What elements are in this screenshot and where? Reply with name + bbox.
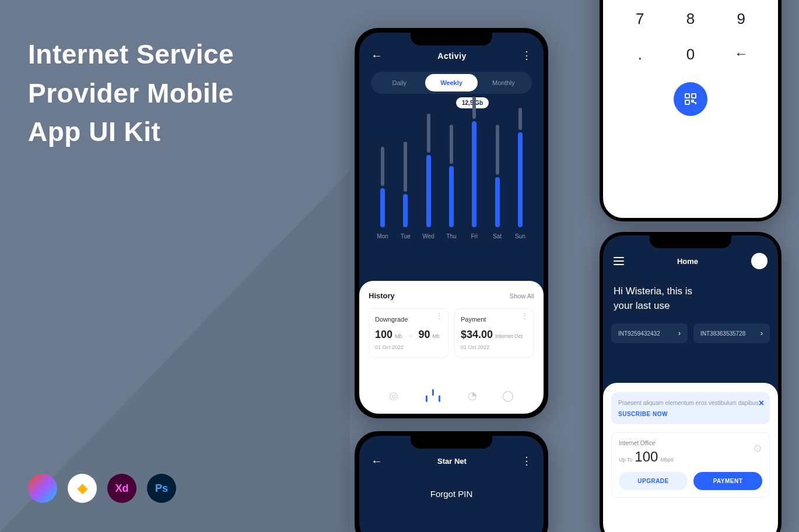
bar-sat[interactable]: Sat — [488, 93, 506, 239]
bar-label: Fri — [471, 233, 478, 239]
more-icon[interactable]: ⋮ — [521, 459, 532, 464]
more-icon[interactable]: ⋮ — [435, 315, 443, 318]
tab-daily[interactable]: Daily — [373, 74, 425, 91]
bar-wed[interactable]: Wed — [419, 93, 438, 239]
key-8[interactable]: 8 — [671, 10, 710, 28]
phone-starnet: ← Star Net ⋮ Forgot PIN — [355, 431, 548, 532]
history-card-downgrade[interactable]: Downgrade ⋮ 100 Mb → 90 Mb 01 Oct 2022 — [369, 308, 448, 358]
key-0[interactable]: 0 — [671, 45, 710, 64]
bar-thu[interactable]: Thu — [442, 93, 461, 239]
plan-upto: Up To — [619, 457, 632, 463]
close-icon[interactable]: × — [759, 398, 764, 408]
ps-icon: Ps — [147, 474, 176, 503]
greeting-text: Hi Wisteria, this isyour last use — [603, 276, 778, 323]
svg-rect-0 — [685, 94, 689, 98]
plan-name: Internet Office — [619, 440, 762, 446]
screen-title: Activiy — [437, 51, 466, 61]
show-all-link[interactable]: Show All — [510, 293, 534, 300]
promo-banner: Praesent aliquam elementum eros vestibul… — [611, 392, 770, 424]
qr-button[interactable] — [674, 82, 707, 116]
plan-unit: Mbps — [660, 457, 673, 463]
arrow-icon: → — [407, 332, 414, 340]
screen-title: Star Net — [437, 457, 467, 466]
bar-label: Tue — [401, 233, 411, 239]
chevron-right-icon: › — [678, 329, 681, 337]
segment-control[interactable]: Daily Weekly Monthly — [371, 72, 532, 94]
phone-keypad: 456789.0← — [600, 0, 782, 221]
from-value: 100 — [375, 329, 393, 341]
more-icon[interactable]: ⋮ — [521, 53, 532, 58]
bar-sun[interactable]: Sun — [511, 93, 530, 239]
promo-text: Praesent aliquam elementum eros vestibul… — [618, 399, 763, 407]
usage-chart: 12,5 Gb MonTueWedThuFriSatSun — [359, 94, 544, 263]
back-icon[interactable]: ← — [371, 455, 383, 468]
nav-compass-icon[interactable]: ◎ — [389, 389, 398, 402]
nav-speed-icon[interactable]: ◔ — [468, 389, 477, 402]
menu-icon[interactable] — [614, 257, 624, 265]
back-icon[interactable]: ← — [371, 49, 383, 62]
forgot-pin-text: Forgot PIN — [359, 489, 544, 499]
xd-icon: Xd — [107, 474, 136, 503]
svg-rect-2 — [685, 100, 689, 104]
card-title: Downgrade — [375, 316, 442, 323]
chevron-right-icon: › — [761, 329, 763, 337]
payment-button[interactable]: PAYMENT — [693, 472, 762, 490]
bar-label: Mon — [377, 233, 388, 239]
card-date: 01 Oct 2022 — [375, 344, 442, 350]
to-value: 90 — [419, 329, 430, 341]
upgrade-button[interactable]: UPGRADE — [619, 472, 688, 490]
nav-profile-icon[interactable]: ◯ — [502, 389, 514, 402]
bar-label: Thu — [446, 233, 456, 239]
sketch-icon: ◆ — [68, 474, 97, 503]
bar-tue[interactable]: Tue — [396, 93, 415, 239]
svg-rect-1 — [692, 94, 696, 98]
to-unit: Mb — [433, 333, 440, 339]
sliders-icon[interactable]: ⚙ — [753, 442, 762, 455]
history-title: History — [369, 291, 395, 300]
page-title: Internet ServiceProvider MobileApp UI Ki… — [28, 35, 234, 152]
bar-label: Wed — [422, 233, 434, 239]
bottom-nav: ◎ ╻╹╻ ◔ ◯ — [359, 383, 544, 408]
from-unit: Mb — [395, 333, 402, 339]
history-panel: History Show All Downgrade ⋮ 100 Mb → 90… — [359, 281, 544, 414]
subscribe-link[interactable]: SUSCRIBE NOW — [618, 411, 763, 417]
account-chip[interactable]: INT38363535728 › — [693, 323, 770, 343]
key-9[interactable]: 9 — [721, 10, 761, 28]
bar-label: Sun — [515, 233, 525, 239]
avatar[interactable] — [751, 253, 768, 269]
key-7[interactable]: 7 — [621, 10, 660, 28]
tool-icons: ◆ Xd Ps — [28, 474, 176, 503]
card-title: Payment — [461, 316, 528, 323]
dot-key[interactable]: . — [621, 45, 660, 64]
phone-activity: ← Activiy ⋮ Daily Weekly Monthly 12,5 Gb… — [355, 28, 548, 418]
card-date: 01 Oct 2022 — [461, 344, 528, 350]
tab-weekly[interactable]: Weekly — [425, 74, 477, 91]
bar-fri[interactable]: Fri — [465, 93, 483, 239]
chip-label: INT38363535728 — [700, 330, 745, 337]
amount-value: $34.00 — [461, 329, 493, 341]
backspace-key[interactable]: ← — [721, 45, 761, 64]
bar-mon[interactable]: Mon — [373, 93, 392, 239]
bar-label: Sat — [493, 233, 502, 239]
nav-chart-icon[interactable]: ╻╹╻ — [423, 389, 443, 402]
history-card-payment[interactable]: Payment ⋮ $34.00 Internet Oct 01 Oct 202… — [454, 308, 534, 358]
phone-home: Home Hi Wisteria, this isyour last use I… — [600, 232, 782, 532]
more-icon[interactable]: ⋮ — [521, 315, 529, 318]
account-chip[interactable]: INT9259432432 › — [611, 323, 688, 343]
plan-card: Internet Office ⚙ Up To 100 Mbps UPGRADE… — [611, 432, 770, 498]
chip-label: INT9259432432 — [618, 330, 660, 337]
screen-title: Home — [677, 257, 698, 266]
tab-monthly[interactable]: Monthly — [478, 74, 530, 91]
figma-icon — [28, 474, 57, 503]
plan-speed: 100 — [635, 449, 658, 465]
amount-note: Internet Oct — [495, 333, 523, 339]
